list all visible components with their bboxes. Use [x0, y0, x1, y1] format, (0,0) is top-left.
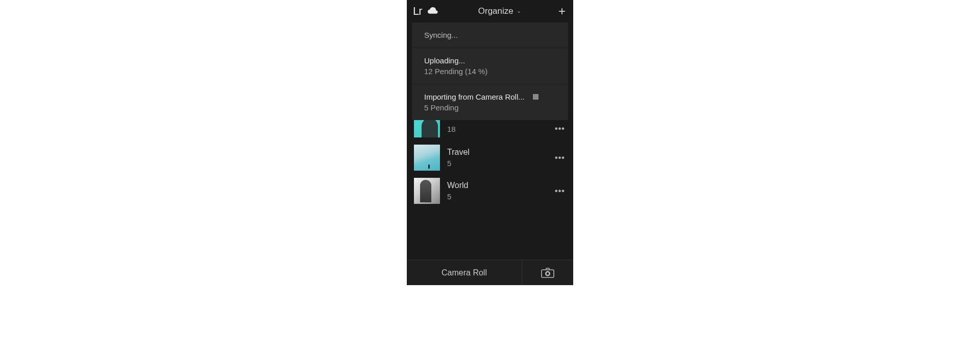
uploading-pending: 12 Pending (14 %): [424, 67, 556, 76]
syncing-section: Syncing...: [412, 22, 568, 48]
album-row[interactable]: Travel 5 •••: [407, 141, 573, 174]
syncing-label: Syncing...: [424, 31, 556, 39]
app-window: Lr Organize ⌄ + Syncing... Uploading... …: [407, 0, 573, 285]
album-name: World: [447, 181, 547, 190]
album-info: Travel 5: [447, 148, 547, 168]
view-mode-dropdown[interactable]: Organize ⌄: [443, 6, 557, 16]
top-bar: Lr Organize ⌄ +: [407, 0, 573, 22]
uploading-label: Uploading...: [424, 56, 556, 65]
album-thumbnail: [414, 178, 440, 204]
app-logo: Lr: [413, 5, 422, 18]
camera-roll-button[interactable]: Camera Roll: [407, 260, 522, 285]
more-icon[interactable]: •••: [554, 153, 566, 162]
uploading-section: Uploading... 12 Pending (14 %): [412, 48, 568, 84]
more-icon[interactable]: •••: [554, 187, 566, 196]
stop-icon[interactable]: [533, 94, 538, 100]
album-info: 18: [447, 125, 547, 133]
camera-roll-label: Camera Roll: [442, 268, 487, 277]
album-list: 18 ••• Travel 5 ••• World 5 •••: [407, 120, 573, 207]
album-thumbnail: [414, 145, 440, 171]
album-count: 5: [447, 192, 547, 201]
album-count: 18: [447, 125, 547, 133]
importing-label: Importing from Camera Roll...: [424, 92, 525, 101]
camera-icon: [541, 268, 554, 278]
view-mode-label: Organize: [478, 6, 513, 16]
importing-section: Importing from Camera Roll... 5 Pending: [412, 84, 568, 120]
album-row[interactable]: 18 •••: [407, 120, 573, 141]
importing-pending: 5 Pending: [424, 103, 556, 112]
add-button[interactable]: +: [557, 4, 567, 18]
bottom-bar: Camera Roll: [407, 260, 573, 285]
cloud-sync-icon[interactable]: [427, 7, 438, 15]
camera-button[interactable]: [522, 260, 573, 285]
album-count: 5: [447, 159, 547, 168]
album-thumbnail: [414, 120, 440, 137]
album-name: Travel: [447, 148, 547, 157]
more-icon[interactable]: •••: [554, 124, 566, 133]
album-info: World 5: [447, 181, 547, 201]
album-row[interactable]: World 5 •••: [407, 174, 573, 207]
sync-status-panel: Syncing... Uploading... 12 Pending (14 %…: [412, 22, 568, 120]
chevron-down-icon: ⌄: [517, 8, 521, 14]
svg-point-2: [547, 272, 549, 275]
